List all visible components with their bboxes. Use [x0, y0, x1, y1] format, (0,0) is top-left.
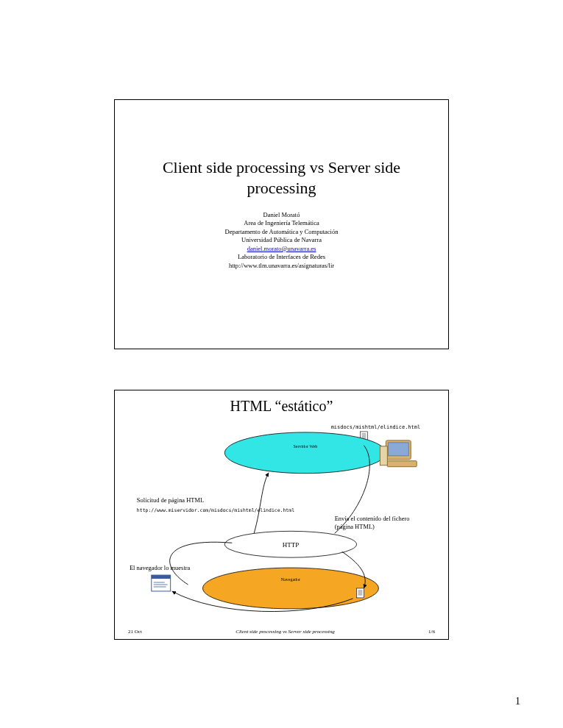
- footer-date: 21 Oct: [128, 629, 142, 635]
- browser-ellipse: [202, 568, 378, 609]
- request-url: http://www.miservidor.com/misdocs/mishtm…: [137, 507, 294, 513]
- dept-area: Area de Ingeniería Telemática: [115, 219, 448, 227]
- http-label: HTTP: [283, 541, 299, 549]
- slide1-info: Daniel Morató Area de Ingeniería Telemát…: [115, 211, 448, 270]
- footer-title: Client side processing vs Server side pr…: [236, 629, 334, 635]
- static-html-diagram: misdocs/mishtml/elindice.html Servidor W…: [115, 420, 448, 625]
- server-label: Servidor Web: [293, 444, 317, 449]
- university: Universidad Pública de Navarra: [115, 236, 448, 244]
- svg-rect-7: [387, 461, 417, 467]
- document-page: Client side processing vs Server side pr…: [0, 0, 563, 728]
- response-label-2: (página HTML): [335, 523, 375, 530]
- email-link[interactable]: daniel.morato@unavarra.es: [247, 245, 316, 252]
- course-url: http://www.tlm.unavarra.es/asignaturas/l…: [115, 262, 448, 270]
- computer-icon: [380, 440, 417, 467]
- browser-label: Navegador: [281, 577, 300, 582]
- svg-rect-10: [152, 575, 171, 579]
- lab: Laboratorio de Interfaces de Redes: [115, 253, 448, 261]
- svg-rect-6: [388, 443, 408, 456]
- file-path-label: misdocs/mishtml/elindice.html: [331, 424, 420, 430]
- author: Daniel Morató: [115, 211, 448, 219]
- show-label: El navegador lo muestra: [130, 564, 191, 571]
- request-arrow-upper: [254, 473, 269, 534]
- dept-auto: Departamento de Automática y Computación: [115, 228, 448, 236]
- slide2-title: HTML “estático”: [115, 398, 448, 415]
- footer-page: 1/6: [428, 629, 435, 635]
- slide1-title: Client side processing vs Server side pr…: [115, 157, 448, 198]
- browser-window-icon: [152, 575, 171, 591]
- page-number: 1: [515, 696, 520, 707]
- slide-2: HTML “estático” misdocs/mishtml/elindice…: [114, 390, 449, 640]
- svg-rect-8: [380, 446, 387, 465]
- svg-rect-14: [357, 588, 364, 598]
- response-label-1: Envía el contenido del fichero: [335, 515, 410, 522]
- slide-1: Client side processing vs Server side pr…: [114, 99, 449, 349]
- slide2-footer: 21 Oct Client side processing vs Server …: [115, 629, 448, 635]
- request-label: Solicitud de página HTML: [137, 496, 204, 504]
- server-ellipse: [224, 432, 386, 474]
- document-icon: [357, 588, 364, 598]
